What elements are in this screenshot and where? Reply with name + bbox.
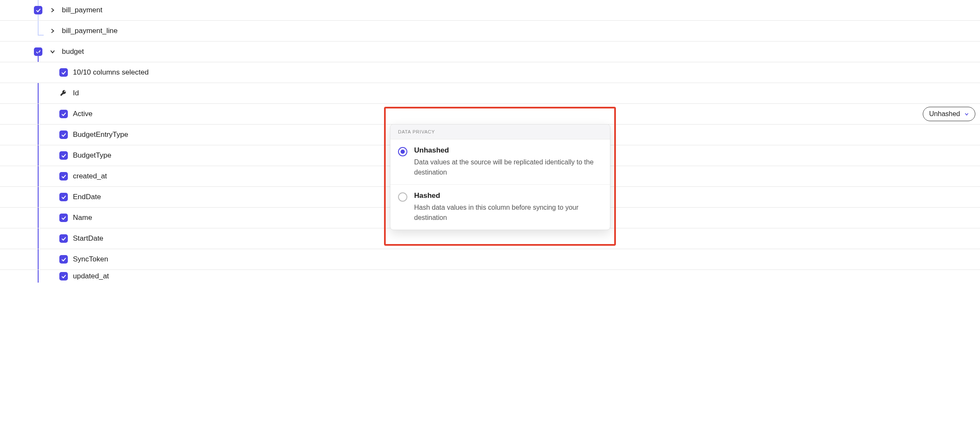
column-label: StartDate [73, 234, 103, 243]
checkbox-column[interactable] [59, 151, 68, 160]
column-label: BudgetType [73, 151, 111, 160]
checkbox-column[interactable] [59, 214, 68, 222]
table-label: bill_payment_line [62, 27, 117, 35]
checkbox-column[interactable] [59, 172, 68, 180]
column-row[interactable]: StartDate [0, 228, 980, 249]
check-icon [61, 194, 67, 200]
table-row-budget[interactable]: budget [0, 42, 980, 62]
hashing-dropdown[interactable]: Unhashed [923, 107, 975, 121]
column-label: created_at [73, 172, 107, 180]
option-title: Unhashed [414, 146, 602, 155]
column-label: updated_at [73, 272, 109, 280]
dropdown-label: Unhashed [929, 110, 960, 118]
chevron-right-icon[interactable] [48, 6, 57, 14]
chevron-right-icon[interactable] [48, 27, 57, 35]
column-row[interactable]: updated_at [0, 270, 980, 283]
checkbox-columns-all[interactable] [59, 68, 68, 77]
checkbox-column[interactable] [59, 234, 68, 243]
check-icon [61, 153, 67, 158]
checkbox-column[interactable] [59, 110, 68, 118]
check-icon [61, 215, 67, 221]
column-label: Name [73, 214, 92, 222]
option-title: Hashed [414, 192, 602, 200]
chevron-down-icon [964, 112, 969, 117]
check-icon [61, 70, 67, 75]
column-row[interactable]: SyncToken [0, 249, 980, 270]
check-icon [61, 111, 67, 117]
radio-unselected-icon[interactable] [398, 192, 407, 202]
privacy-option-unhashed[interactable]: Unhashed Data values at the source will … [390, 139, 610, 185]
chevron-down-icon[interactable] [48, 47, 57, 56]
check-icon [61, 257, 67, 262]
table-label: budget [62, 47, 84, 56]
check-icon [61, 174, 67, 179]
privacy-option-hashed[interactable]: Hashed Hash data values in this column b… [390, 185, 610, 230]
column-label: Id [73, 89, 79, 97]
key-icon [59, 89, 68, 97]
columns-summary-label: 10/10 columns selected [73, 68, 149, 77]
popover-header: DATA PRIVACY [390, 125, 610, 139]
table-label: bill_payment [62, 6, 102, 14]
table-row-bill-payment-line[interactable]: bill_payment_line [0, 21, 980, 42]
check-icon [36, 8, 41, 13]
column-row-id[interactable]: Id [0, 83, 980, 104]
column-row-active[interactable]: Active Unhashed [0, 104, 980, 125]
check-icon [61, 236, 67, 242]
checkbox-column[interactable] [59, 130, 68, 139]
column-label: Active [73, 110, 92, 118]
column-label: SyncToken [73, 255, 108, 264]
option-desc: Hash data values in this column before s… [414, 203, 602, 223]
checkbox-column[interactable] [59, 193, 68, 201]
check-icon [61, 132, 67, 138]
checkbox-column[interactable] [59, 272, 68, 280]
data-privacy-popover: DATA PRIVACY Unhashed Data values at the… [390, 124, 610, 230]
column-label: BudgetEntryType [73, 130, 128, 139]
radio-selected-icon[interactable] [398, 147, 407, 156]
columns-summary-row[interactable]: 10/10 columns selected [0, 62, 980, 83]
column-label: EndDate [73, 193, 101, 201]
table-row-bill-payment[interactable]: bill_payment [0, 0, 980, 21]
check-icon [61, 274, 67, 279]
option-desc: Data values at the source will be replic… [414, 157, 602, 178]
checkbox-bill-payment[interactable] [34, 6, 42, 14]
checkbox-column[interactable] [59, 255, 68, 264]
